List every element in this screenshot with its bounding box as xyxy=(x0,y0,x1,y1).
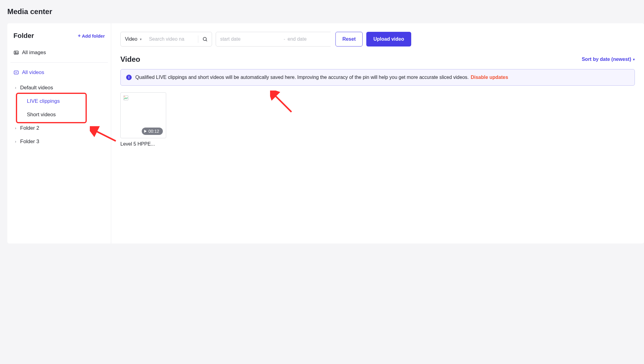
date-range-picker[interactable]: - xyxy=(216,32,332,46)
search-combo: Video ▾ xyxy=(120,32,212,46)
sidebar-item-all-images[interactable]: All images xyxy=(7,45,111,60)
divider xyxy=(10,62,108,63)
duration-text: 00:12 xyxy=(148,129,159,134)
sort-dropdown[interactable]: Sort by date (newest) ▾ xyxy=(582,57,635,62)
svg-point-10 xyxy=(125,97,125,97)
svg-point-1 xyxy=(15,52,16,52)
tree-item-label: Default videos xyxy=(20,85,53,91)
tree-item-folder-2[interactable]: › Folder 2 xyxy=(7,121,111,135)
chevron-right-icon: › xyxy=(13,139,18,144)
upload-video-button[interactable]: Upload video xyxy=(366,32,411,46)
image-icon xyxy=(13,50,19,55)
start-date-input[interactable] xyxy=(220,32,281,46)
info-icon: i xyxy=(126,75,132,80)
all-images-label: All images xyxy=(22,50,46,56)
sidebar: Folder + Add folder All images xyxy=(7,23,111,243)
add-folder-button[interactable]: + Add folder xyxy=(78,33,105,39)
section-heading: Video xyxy=(120,55,140,64)
chevron-right-icon: › xyxy=(13,86,18,90)
svg-line-4 xyxy=(206,40,207,41)
folder-tree: › Default videos LIVE clippings Short vi… xyxy=(7,80,111,150)
main-content: Video ▾ - xyxy=(111,23,644,243)
tree-item-short-videos[interactable]: Short videos xyxy=(7,108,111,121)
tree-item-label: Short videos xyxy=(27,112,56,117)
info-banner-text: Qualified LIVE clippings and short video… xyxy=(135,75,469,80)
all-videos-label: All videos xyxy=(22,69,44,76)
video-thumbnail[interactable]: 00:12 xyxy=(120,92,166,138)
page-title: Media center xyxy=(7,7,644,16)
tree-item-label: Folder 2 xyxy=(20,125,39,131)
search-icon xyxy=(202,36,208,42)
tree-item-live-clippings[interactable]: LIVE clippings xyxy=(7,95,111,108)
chevron-down-icon: ▾ xyxy=(633,58,635,61)
video-icon xyxy=(13,70,19,75)
toolbar: Video ▾ - xyxy=(120,32,635,46)
video-card[interactable]: 00:12 Level 5 HPPE... xyxy=(120,92,166,147)
plus-icon: + xyxy=(78,33,81,38)
info-banner-body: Qualified LIVE clippings and short video… xyxy=(135,74,508,81)
chevron-right-icon: › xyxy=(13,126,18,130)
tree-item-label: Folder 3 xyxy=(20,139,39,145)
tree-item-default-videos[interactable]: › Default videos xyxy=(7,81,111,95)
tree-item-label: LIVE clippings xyxy=(27,98,60,104)
disable-updates-link[interactable]: Disable updates xyxy=(471,75,508,80)
type-select-label: Video xyxy=(125,36,137,42)
tree-item-folder-3[interactable]: › Folder 3 xyxy=(7,135,111,148)
broken-image-icon xyxy=(123,95,129,101)
chevron-down-icon: ▾ xyxy=(140,37,142,41)
add-folder-label: Add folder xyxy=(82,33,105,39)
sidebar-item-all-videos[interactable]: All videos xyxy=(7,65,111,80)
svg-point-3 xyxy=(203,37,207,41)
info-banner: i Qualified LIVE clippings and short vid… xyxy=(120,69,635,86)
video-title: Level 5 HPPE... xyxy=(120,141,166,147)
type-select[interactable]: Video ▾ xyxy=(121,32,146,46)
range-separator: - xyxy=(284,37,285,42)
main-panel: Folder + Add folder All images xyxy=(7,23,644,243)
video-grid: 00:12 Level 5 HPPE... xyxy=(120,92,635,147)
sort-label: Sort by date (newest) xyxy=(582,57,631,62)
search-button[interactable] xyxy=(198,32,212,46)
reset-button[interactable]: Reset xyxy=(335,32,363,46)
duration-badge: 00:12 xyxy=(142,128,163,135)
play-icon xyxy=(144,130,147,133)
sidebar-heading: Folder xyxy=(13,32,34,40)
search-input[interactable] xyxy=(146,32,198,46)
